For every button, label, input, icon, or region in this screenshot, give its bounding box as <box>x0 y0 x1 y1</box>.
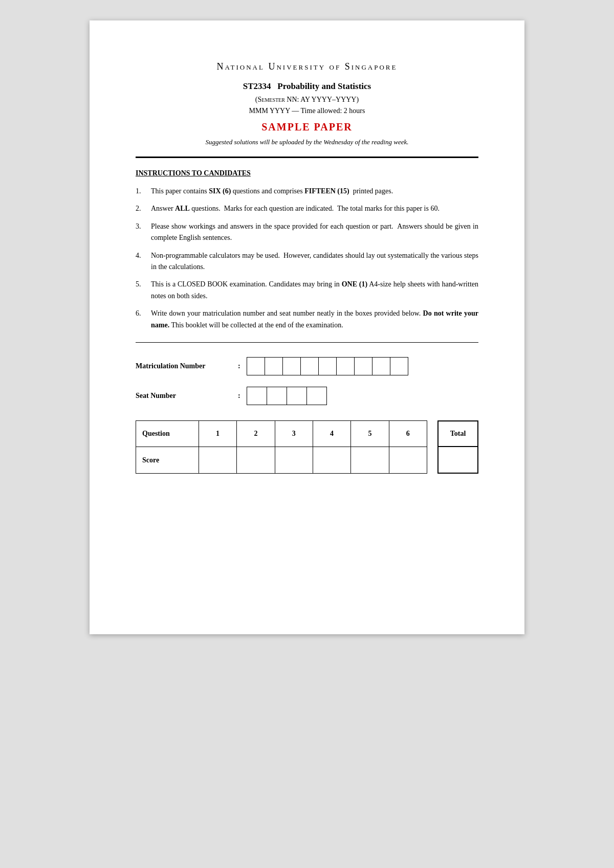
matric-colon: : <box>238 362 240 370</box>
score-q4[interactable] <box>313 447 350 474</box>
seat-colon: : <box>238 392 240 400</box>
table-header-row: Question 1 2 3 4 5 6 <box>136 420 427 447</box>
q6-header: 6 <box>389 420 427 447</box>
time-info: MMM YYYY — Time allowed: 2 hours <box>136 107 478 115</box>
matriculation-label: Matriculation Number <box>136 362 238 370</box>
seat-row: Seat Number : <box>136 387 478 405</box>
seat-box-3[interactable] <box>287 387 307 405</box>
item-number: 2. <box>136 203 141 214</box>
sample-paper-title: SAMPLE PAPER <box>136 121 478 133</box>
university-name: National University of Singapore <box>136 61 478 72</box>
item-number: 5. <box>136 279 141 290</box>
list-item: 2. Answer ALL questions. Marks for each … <box>136 203 478 214</box>
matric-box-8[interactable] <box>372 357 390 375</box>
matric-box-1[interactable] <box>247 357 265 375</box>
score-q3[interactable] <box>275 447 313 474</box>
instructions-list: 1. This paper contains SIX (6) questions… <box>136 186 478 331</box>
q5-header: 5 <box>351 420 389 447</box>
matric-box-4[interactable] <box>300 357 319 375</box>
seat-label: Seat Number <box>136 392 238 400</box>
matric-box-6[interactable] <box>336 357 355 375</box>
total-header: Total <box>438 421 477 447</box>
seat-box-4[interactable] <box>306 387 327 405</box>
seat-box-1[interactable] <box>247 387 267 405</box>
score-q2[interactable] <box>237 447 275 474</box>
seat-box-2[interactable] <box>267 387 287 405</box>
total-score-cell[interactable] <box>438 447 477 473</box>
exam-page: National University of Singapore ST2334 … <box>90 20 524 634</box>
suggested-solutions: Suggested solutions will be uploaded by … <box>136 138 478 146</box>
instructions-section: INSTRUCTIONS TO CANDIDATES 1. This paper… <box>136 169 478 331</box>
q2-header: 2 <box>237 420 275 447</box>
score-row: Score <box>136 447 427 474</box>
item-number: 1. <box>136 186 141 197</box>
score-label-cell: Score <box>136 447 199 474</box>
matriculation-row: Matriculation Number : <box>136 357 478 375</box>
score-q6[interactable] <box>389 447 427 474</box>
score-q1[interactable] <box>199 447 236 474</box>
seat-boxes <box>247 387 326 405</box>
question-label-cell: Question <box>136 420 199 447</box>
matriculation-boxes <box>247 357 408 375</box>
matric-box-7[interactable] <box>354 357 372 375</box>
list-item: 4. Non-programmable calculators may be u… <box>136 250 478 273</box>
score-table: Question 1 2 3 4 5 6 Score <box>136 420 427 474</box>
instructions-heading: INSTRUCTIONS TO CANDIDATES <box>136 169 478 177</box>
course-title: ST2334 Probability and Statistics <box>136 81 478 92</box>
matric-box-3[interactable] <box>282 357 301 375</box>
list-item: 5. This is a CLOSED BOOK examination. Ca… <box>136 279 478 302</box>
q1-header: 1 <box>199 420 236 447</box>
course-name: Probability and Statistics <box>277 81 371 91</box>
score-table-wrapper: Question 1 2 3 4 5 6 Score Total <box>136 420 478 474</box>
bottom-rule <box>136 342 478 343</box>
matric-box-5[interactable] <box>318 357 337 375</box>
score-q5[interactable] <box>351 447 389 474</box>
item-number: 3. <box>136 221 141 232</box>
total-column: Total <box>437 420 478 474</box>
header-section: National University of Singapore ST2334 … <box>136 61 478 146</box>
list-item: 1. This paper contains SIX (6) questions… <box>136 186 478 197</box>
matric-box-9[interactable] <box>390 357 408 375</box>
q3-header: 3 <box>275 420 313 447</box>
item-number: 6. <box>136 308 141 319</box>
list-item: 6. Write down your matriculation number … <box>136 308 478 331</box>
q4-header: 4 <box>313 420 350 447</box>
item-number: 4. <box>136 250 141 261</box>
list-item: 3. Please show workings and answers in t… <box>136 221 478 244</box>
matric-box-2[interactable] <box>265 357 283 375</box>
course-code: ST2334 <box>243 81 271 91</box>
semester-info: (Semester NN: AY YYYY–YYYY) <box>136 96 478 104</box>
matriculation-section: Matriculation Number : Seat Number : <box>136 357 478 405</box>
top-rule <box>136 157 478 158</box>
